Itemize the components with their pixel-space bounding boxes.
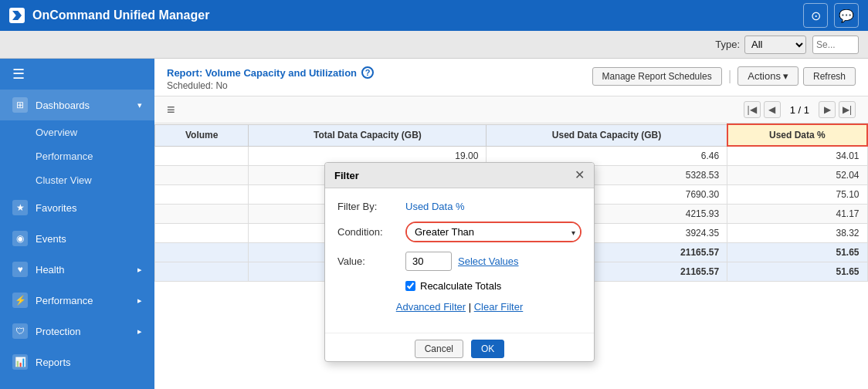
filter-links: Advanced Filter | Clear Filter (337, 301, 581, 313)
recalculate-checkbox[interactable] (405, 281, 415, 291)
manage-schedules-button[interactable]: Manage Report Schedules (592, 67, 722, 86)
sidebar-item-label: Protection (36, 326, 81, 337)
filter-by-label: Filter By: (337, 201, 399, 212)
sidebar-item-cluster-view[interactable]: Cluster View (0, 168, 154, 192)
filter-modal-header: Filter ✕ (325, 163, 594, 188)
condition-select[interactable]: Greater Than Less Than Equal To Not Equa… (407, 223, 580, 241)
chevron-right-icon: ▸ (137, 265, 142, 275)
close-icon[interactable]: ✕ (575, 169, 585, 181)
refresh-button[interactable]: Refresh (803, 67, 856, 86)
chevron-right-icon: ▸ (137, 326, 142, 337)
info-icon[interactable]: ? (361, 66, 374, 79)
next-page-button[interactable]: ▶ (819, 101, 836, 118)
sidebar-item-overview[interactable]: Overview (0, 120, 154, 144)
app-title: OnCommand Unified Manager (32, 8, 803, 22)
select-values-link[interactable]: Select Values (458, 255, 519, 267)
chevron-down-icon: ▾ (137, 100, 142, 110)
sidebar-item-performance-main[interactable]: ⚡ Performance ▸ (0, 285, 154, 316)
settings-icon[interactable]: ⊙ (803, 3, 828, 28)
chat-icon[interactable]: 💬 (834, 3, 859, 28)
prev-page-button[interactable]: ◀ (764, 101, 781, 118)
performance-icon: ⚡ (12, 293, 28, 308)
cell-pct: 41.17 (727, 205, 867, 224)
col-volume[interactable]: Volume (155, 124, 249, 146)
cell-volume (155, 146, 249, 166)
type-label: Type: (715, 39, 740, 50)
last-page-button[interactable]: ▶| (839, 101, 856, 118)
cell-volume (155, 243, 249, 262)
value-label: Value: (337, 255, 399, 267)
cell-pct: 52.04 (727, 166, 867, 185)
cell-volume (155, 262, 249, 282)
sidebar-item-label: Events (36, 233, 66, 245)
first-page-button[interactable]: |◀ (744, 101, 761, 118)
sidebar-item-events[interactable]: ◉ Events (0, 223, 154, 254)
filter-by-row: Filter By: Used Data % (337, 201, 581, 212)
clear-filter-link[interactable]: Clear Filter (474, 301, 524, 313)
link-separator: | (469, 301, 474, 313)
col-used-pct[interactable]: Used Data % (727, 124, 867, 146)
type-select[interactable]: All (744, 36, 806, 54)
sidebar-item-label: Performance (36, 295, 93, 306)
cancel-button[interactable]: Cancel (415, 340, 463, 358)
sidebar: ☰ ⊞ Dashboards ▾ Overview Performance Cl… (0, 59, 154, 389)
sidebar-item-label: Reports (36, 357, 71, 368)
dashboards-icon: ⊞ (12, 97, 28, 113)
apply-button[interactable]: OK (471, 340, 504, 358)
cell-pct: 75.10 (727, 185, 867, 205)
cell-volume (155, 224, 249, 243)
condition-select-wrapper: Greater Than Less Than Equal To Not Equa… (405, 222, 581, 242)
col-total-capacity[interactable]: Total Data Capacity (GB) (249, 124, 487, 146)
report-title: Report: Volume Capacity and Utilization … (167, 66, 374, 79)
sidebar-item-label: Health (36, 264, 65, 276)
cell-pct: 34.01 (727, 146, 867, 166)
hamburger-menu-icon[interactable]: ≡ (167, 102, 175, 118)
report-actions: Manage Report Schedules | Actions ▾ Refr… (592, 66, 856, 86)
cell-volume (155, 205, 249, 224)
content-area: Report: Volume Capacity and Utilization … (154, 59, 868, 389)
sidebar-item-reports[interactable]: 📊 Reports (0, 347, 154, 377)
pagination: |◀ ◀ 1 / 1 ▶ ▶| (744, 101, 856, 118)
cell-volume (155, 166, 249, 185)
filter-modal: Filter ✕ Filter By: Used Data % Conditio… (324, 162, 595, 362)
dropdown-arrow-icon: ▾ (783, 70, 788, 82)
filter-value-row: Value: Select Values (337, 252, 581, 271)
sidebar-item-dashboards[interactable]: ⊞ Dashboards ▾ (0, 90, 154, 120)
sidebar-item-label: Dashboards (36, 100, 90, 111)
col-used-capacity[interactable]: Used Data Capacity (GB) (487, 124, 727, 146)
separator: | (728, 68, 732, 84)
table-container: Volume Total Data Capacity (GB) Used Dat… (154, 123, 868, 389)
filter-body: Filter By: Used Data % Condition: Greate… (325, 188, 594, 333)
sidebar-item-favorites[interactable]: ★ Favorites (0, 192, 154, 223)
top-bar-icons: ⊙ 💬 (803, 3, 859, 28)
cell-pct: 38.32 (727, 224, 867, 243)
condition-label: Condition: (337, 226, 399, 238)
cell-volume (155, 185, 249, 205)
reports-icon: 📊 (12, 354, 28, 370)
filter-title: Filter (334, 170, 359, 181)
health-icon: ♥ (12, 262, 28, 277)
toolbar: ≡ |◀ ◀ 1 / 1 ▶ ▶| (154, 96, 868, 123)
filter-condition-row: Condition: Greater Than Less Than Equal … (337, 222, 581, 242)
filter-by-value: Used Data % (405, 201, 465, 212)
main-layout: ☰ ⊞ Dashboards ▾ Overview Performance Cl… (0, 59, 868, 389)
protection-icon: 🛡 (12, 323, 28, 339)
advanced-filter-link[interactable]: Advanced Filter (396, 301, 466, 313)
sidebar-item-label: Favorites (36, 202, 76, 214)
sidebar-toggle[interactable]: ☰ (0, 59, 154, 90)
recalculate-label: Recalculate Totals (420, 280, 501, 292)
favorites-icon: ★ (12, 200, 28, 215)
cell-pct: 51.65 (727, 243, 867, 262)
chevron-right-icon: ▸ (137, 296, 142, 306)
report-header: Report: Volume Capacity and Utilization … (154, 59, 868, 96)
events-icon: ◉ (12, 231, 28, 246)
filter-footer: Cancel OK (325, 333, 594, 361)
sidebar-item-protection[interactable]: 🛡 Protection ▸ (0, 316, 154, 347)
sidebar-item-performance[interactable]: Performance (0, 144, 154, 168)
actions-button[interactable]: Actions ▾ (737, 66, 798, 86)
sidebar-item-health[interactable]: ♥ Health ▸ (0, 254, 154, 285)
value-input[interactable] (405, 252, 452, 271)
top-nav-bar: OnCommand Unified Manager ⊙ 💬 (0, 0, 868, 31)
search-input[interactable] (812, 36, 859, 54)
type-bar: Type: All (0, 31, 868, 59)
